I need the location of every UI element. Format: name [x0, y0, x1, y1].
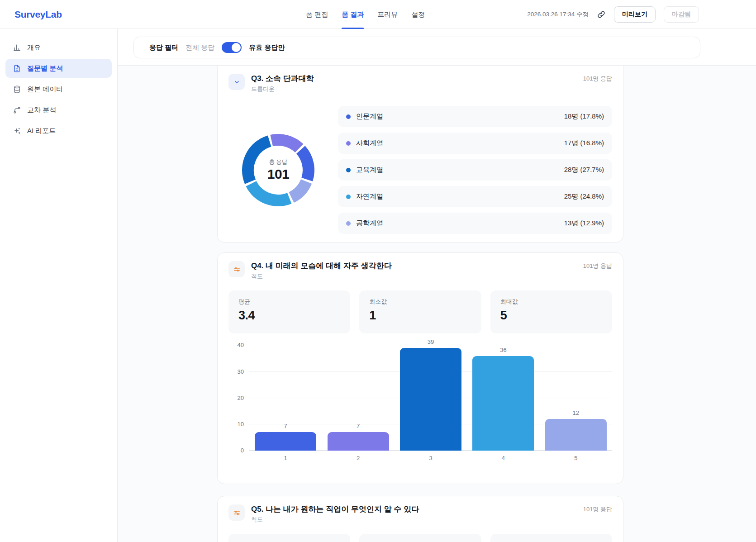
x-axis-label: 4 — [467, 455, 539, 461]
question-type: 척도 — [251, 516, 419, 524]
bar-value-label: 39 — [400, 338, 461, 345]
question-card-q3: Q3. 소속 단과대학 드롭다운 101명 응답 총 응답 101 인문계열18… — [217, 66, 623, 242]
stats-row — [228, 534, 612, 542]
legend-label: 사회계열 — [356, 139, 383, 147]
legend-label: 자연계열 — [356, 192, 383, 201]
question-type: 척도 — [251, 272, 392, 281]
y-axis-tick: 20 — [228, 395, 244, 402]
valid-only-toggle[interactable] — [222, 42, 242, 53]
collapse-button[interactable] — [228, 74, 245, 90]
results-scroll-area[interactable]: Q3. 소속 단과대학 드롭다운 101명 응답 총 응답 101 인문계열18… — [118, 66, 756, 542]
sidebar-item-label: 교차 분석 — [27, 106, 56, 114]
bars: 77393612 — [249, 345, 612, 451]
stat-value: 1 — [369, 309, 471, 323]
sliders-icon — [233, 509, 241, 517]
chevron-down-icon — [233, 78, 241, 86]
stat-label: 평균 — [238, 298, 340, 306]
legend-color-dot — [346, 221, 351, 226]
tab-settings[interactable]: 설정 — [411, 0, 425, 29]
question-header: Q4. 내 미래의 모습에 대해 자주 생각한다 척도 101명 응답 — [228, 261, 612, 281]
stat-box — [359, 534, 481, 542]
bar: 36 — [472, 356, 534, 451]
sidebar-item-question-analysis[interactable]: 질문별 분석 — [5, 59, 112, 78]
donut-legend: 인문계열18명 (17.8%)사회계열17명 (16.8%)교육계열28명 (2… — [338, 106, 612, 234]
filter-strip: 응답 필터 전체 응답 유효 응답만 — [118, 29, 756, 66]
legend-value: 13명 (12.9%) — [564, 219, 604, 228]
bar: 7 — [255, 432, 316, 451]
legend-color-dot — [346, 168, 351, 172]
bar: 7 — [328, 432, 389, 451]
question-type-badge — [228, 504, 245, 521]
stat-box — [490, 534, 612, 542]
response-filter-bar: 응답 필터 전체 응답 유효 응답만 — [133, 37, 700, 58]
legend-label: 교육계열 — [356, 166, 383, 174]
question-title: Q4. 내 미래의 모습에 대해 자주 생각한다 — [251, 261, 392, 271]
app-logo: SurveyLab — [14, 9, 62, 20]
sidebar-item-cross-analysis[interactable]: 교차 분석 — [5, 100, 112, 119]
x-axis-label: 1 — [249, 455, 322, 461]
tab-form-edit[interactable]: 폼 편집 — [306, 0, 328, 29]
filter-label: 응답 필터 — [149, 43, 178, 52]
sidebar-item-raw-data[interactable]: 원본 데이터 — [5, 80, 112, 99]
document-icon — [13, 64, 21, 73]
stat-label: 최소값 — [369, 298, 471, 306]
stats-row: 평균3.4최소값1최대값5 — [228, 290, 612, 333]
legend-row: 공학계열13명 (12.9%) — [338, 213, 612, 234]
closed-button[interactable]: 마감됨 — [664, 6, 699, 23]
sidebar-item-overview[interactable]: 개요 — [5, 38, 112, 57]
database-icon — [13, 85, 21, 94]
response-count: 101명 응답 — [583, 262, 612, 270]
x-axis-label: 3 — [395, 455, 467, 461]
response-count: 101명 응답 — [583, 75, 612, 83]
top-nav: 폼 편집폼 결과프리뷰설정 — [306, 0, 425, 29]
stat-box — [228, 534, 350, 542]
sliders-icon — [233, 265, 241, 274]
y-axis-tick: 10 — [228, 421, 244, 428]
bar-value-label: 7 — [328, 423, 389, 429]
sparkles-icon — [13, 127, 21, 135]
legend-row: 인문계열18명 (17.8%) — [338, 106, 612, 127]
sidebar: 개요질문별 분석원본 데이터교차 분석AI 리포트 — [0, 29, 118, 542]
donut-section: 총 응답 101 인문계열18명 (17.8%)사회계열17명 (16.8%)교… — [228, 106, 612, 234]
branch-icon — [13, 106, 21, 114]
stat-value: 5 — [500, 309, 602, 323]
bar-slot: 36 — [467, 356, 539, 451]
tab-form-results[interactable]: 폼 결과 — [342, 0, 364, 29]
legend-color-dot — [346, 114, 351, 119]
bar-chart-icon — [13, 43, 21, 52]
y-axis-tick: 30 — [228, 368, 244, 376]
stat-box: 최소값1 — [359, 290, 481, 333]
bar-chart-xlabels: 12345 — [249, 455, 612, 461]
toggle-knob — [232, 43, 241, 52]
question-type-badge — [228, 261, 245, 277]
sidebar-item-label: 원본 데이터 — [27, 85, 63, 94]
sidebar-item-ai-report[interactable]: AI 리포트 — [5, 121, 112, 140]
donut-center-value: 101 — [267, 166, 290, 182]
sidebar-item-label: 질문별 분석 — [27, 64, 63, 73]
sidebar-item-label: AI 리포트 — [27, 127, 56, 135]
x-axis-label: 5 — [540, 455, 612, 461]
link-icon[interactable] — [597, 10, 606, 19]
donut-center: 총 응답 101 — [242, 134, 314, 206]
bar-slot: 7 — [249, 432, 322, 451]
legend-label: 인문계열 — [356, 112, 383, 121]
legend-color-dot — [346, 195, 351, 199]
legend-value: 18명 (17.8%) — [564, 112, 604, 121]
filter-all-label: 전체 응답 — [185, 43, 214, 52]
response-count: 101명 응답 — [583, 505, 612, 513]
legend-value: 25명 (24.8%) — [564, 192, 604, 201]
legend-value: 17명 (16.8%) — [564, 139, 604, 147]
tab-preview[interactable]: 프리뷰 — [377, 0, 398, 29]
bar-slot: 39 — [395, 348, 467, 451]
legend-row: 사회계열17명 (16.8%) — [338, 133, 612, 154]
stat-value: 3.4 — [238, 309, 340, 323]
bar-value-label: 12 — [545, 409, 607, 416]
preview-button[interactable]: 미리보기 — [614, 6, 656, 23]
content: 응답 필터 전체 응답 유효 응답만 Q3. 소속 단과대학 드롭다운 101명… — [118, 29, 756, 542]
last-updated-text: 2026.03.26 17:34 수정 — [527, 10, 589, 19]
question-header: Q5. 나는 내가 원하는 직업이 무엇인지 알 수 있다 척도 101명 응답 — [228, 504, 612, 524]
legend-label: 공학계열 — [356, 219, 383, 228]
question-card-q4: Q4. 내 미래의 모습에 대해 자주 생각한다 척도 101명 응답 평균3.… — [217, 252, 623, 484]
legend-value: 28명 (27.7%) — [564, 166, 604, 174]
y-axis-tick: 40 — [228, 342, 244, 349]
